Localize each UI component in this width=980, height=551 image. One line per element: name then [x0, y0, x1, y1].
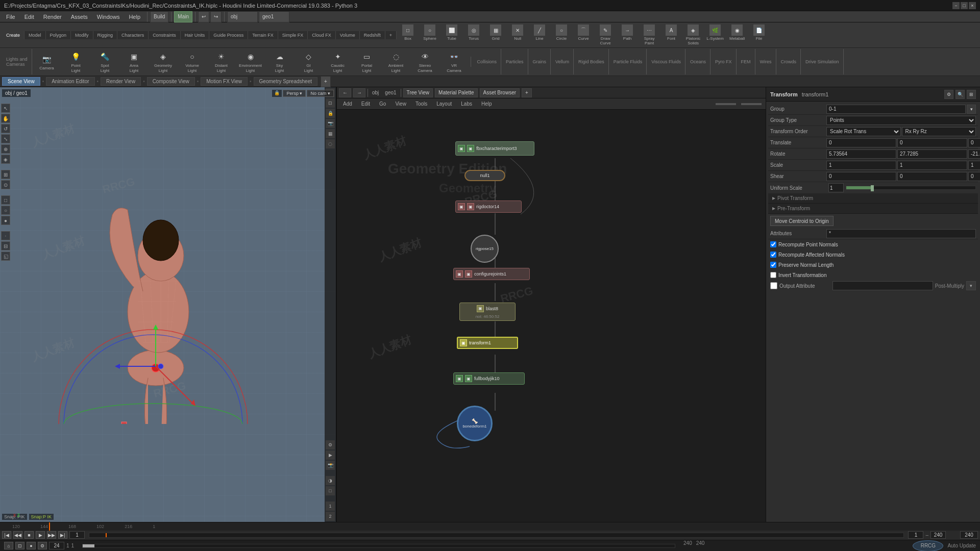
pivot-tool[interactable]: ⊙	[1, 180, 10, 189]
tool-circle[interactable]: ○Circle	[551, 24, 572, 46]
ne-edit[interactable]: Edit	[357, 100, 374, 108]
cam-dropdown[interactable]: No cam ▾	[307, 90, 334, 97]
param-attributes-input[interactable]	[826, 229, 976, 238]
param-post-multiply-dropdown[interactable]: ▾	[966, 281, 976, 290]
main-tab[interactable]: Main	[174, 11, 192, 22]
param-icon-expand[interactable]: ⊞	[967, 90, 976, 99]
menu-file[interactable]: File	[2, 13, 19, 21]
param-pivot-section[interactable]: ▶ Pivot Transform	[768, 193, 978, 204]
ne-add-tab[interactable]: +	[522, 88, 532, 97]
param-rot-order-select[interactable]: Rx Ry Rz Rx Rz Ry	[902, 127, 976, 136]
select-tool[interactable]: ↖	[1, 104, 10, 113]
param-rotate-z[interactable]	[968, 149, 980, 159]
node-rigdoctor14[interactable]: ▣ ▣ rigdoctor14	[455, 201, 522, 213]
handle-tool[interactable]: ◈	[1, 155, 10, 164]
param-recompute-normals-check[interactable]	[770, 241, 776, 247]
light-ambient[interactable]: ◌ AmbientLight	[382, 49, 410, 74]
persp-dropdown[interactable]: Persp ▾	[283, 90, 306, 97]
shelf-tab-characters[interactable]: Characters	[117, 31, 149, 39]
param-translate-y[interactable]	[897, 138, 967, 147]
light-vr-camera[interactable]: 👓 VRCamera	[440, 49, 469, 74]
light-caustic[interactable]: ✦ CausticLight	[324, 49, 352, 74]
menu-windows[interactable]: Windows	[93, 13, 124, 21]
view-num-display[interactable]: 1	[326, 502, 335, 511]
status-anim-btn[interactable]: ⊡	[15, 542, 24, 549]
tab-render-view[interactable]: Render View	[101, 77, 141, 86]
param-scale-y[interactable]	[897, 161, 967, 170]
light-environment[interactable]: ◉ EnvironmentLight	[236, 49, 265, 74]
status-record-btn[interactable]: ●	[27, 542, 36, 549]
param-transform-order-select[interactable]: Scale Rot Trans Scale Trans Rot	[826, 127, 901, 136]
light-gi[interactable]: ◇ GILight	[295, 49, 323, 74]
tool-box[interactable]: □Box	[397, 24, 419, 46]
shelf-tab-terrain[interactable]: Terrain FX	[248, 31, 278, 39]
light-sky[interactable]: ☁ SkyLight	[265, 49, 294, 74]
view-display-opts[interactable]: ⚙	[326, 440, 335, 449]
param-shear-x[interactable]	[826, 172, 896, 181]
param-group-type-select[interactable]: Points Edges Primitives	[826, 116, 976, 125]
view-grid[interactable]: ▦	[326, 129, 335, 138]
view-ghost[interactable]: ◌	[326, 139, 335, 148]
menu-help[interactable]: Help	[125, 13, 144, 21]
tl-go-start[interactable]: |◀	[2, 531, 11, 539]
tool-sphere[interactable]: ○Sphere	[419, 24, 440, 46]
shelf-tab-rigging[interactable]: Rigging	[93, 31, 118, 39]
param-output-attr-input[interactable]	[832, 281, 933, 290]
param-scale-x[interactable]	[826, 161, 896, 170]
maximize-button[interactable]: □	[961, 2, 968, 9]
tool-spray[interactable]: ⋯Spray Paint	[639, 24, 660, 46]
light-geometry[interactable]: ◈ GeometryLight	[149, 49, 178, 74]
close-button[interactable]: ×	[969, 2, 976, 9]
menu-render[interactable]: Render	[39, 13, 66, 21]
tab-motion-fx[interactable]: Motion FX View	[201, 77, 248, 86]
param-output-attr-check[interactable]	[770, 282, 777, 289]
light-area[interactable]: ▣ AreaLight	[120, 49, 149, 74]
param-centroid-btn[interactable]: Move Centroid to Origin	[770, 216, 834, 226]
tl-play-fwd[interactable]: ▶▶	[47, 531, 56, 539]
view-lock[interactable]: 🔒	[326, 109, 335, 118]
light-volume[interactable]: ○ VolumeLight	[178, 49, 207, 74]
shelf-tab-volume[interactable]: Volume	[336, 31, 360, 39]
shelf-tab-simple[interactable]: Simple FX	[278, 31, 308, 39]
tool-font[interactable]: AFont	[660, 24, 682, 46]
tl-end-frame[interactable]	[930, 531, 946, 539]
vis-prims[interactable]: ◱	[1, 252, 10, 261]
tab-scene-view[interactable]: Scene View	[2, 77, 40, 86]
tl-track[interactable]	[89, 533, 904, 538]
light-distant[interactable]: ☀ DistantLight	[207, 49, 236, 74]
shelf-tab-plus[interactable]: +	[385, 31, 397, 39]
param-recompute-affected-check[interactable]	[770, 252, 776, 258]
scale-tool[interactable]: ⤡	[1, 134, 10, 143]
param-uniform-scale-track[interactable]	[846, 186, 976, 190]
light-spot[interactable]: 🔦 SpotLight	[91, 49, 119, 74]
ne-labs[interactable]: Labs	[457, 100, 476, 108]
node-blast8[interactable]: ▣ blast8 not: 46:50:52	[459, 303, 516, 321]
node-rigpose15[interactable]: rigpose15	[471, 235, 499, 263]
tool-tube[interactable]: ⬜Tube	[441, 24, 462, 46]
param-shear-y[interactable]	[897, 172, 967, 181]
node-null1[interactable]: null1	[464, 170, 505, 181]
add-view-tab[interactable]: +	[321, 76, 331, 87]
redo-button[interactable]: ↪	[210, 11, 222, 22]
shelf-tab-create[interactable]: Create	[2, 31, 24, 39]
param-icon-gear[interactable]: ⚙	[944, 90, 953, 99]
view-snapshot[interactable]: 📸	[326, 461, 335, 470]
grab-tool[interactable]: ✋	[1, 114, 10, 123]
view-render[interactable]: ▶	[326, 450, 335, 460]
shelf-tab-polygon[interactable]: Polygon	[46, 31, 71, 39]
node-transform1[interactable]: ▣ transform1	[457, 337, 518, 349]
status-track[interactable]	[82, 544, 675, 548]
node-fbxcharacterimport3[interactable]: ▣ ▣ fbxcharacterimport3	[455, 141, 534, 156]
param-group-arrow[interactable]: ▾	[967, 105, 976, 114]
tl-step-back[interactable]: ◀◀	[13, 531, 22, 539]
shelf-tab-guide[interactable]: Guide Process	[209, 31, 248, 39]
ne-help[interactable]: Help	[477, 100, 496, 108]
obj-path-input[interactable]: obj	[227, 11, 258, 22]
ne-go[interactable]: Go	[375, 100, 390, 108]
param-group-input[interactable]	[826, 105, 966, 114]
param-rotate-x[interactable]	[826, 149, 896, 159]
snap-tool[interactable]: ⊞	[1, 170, 10, 179]
ne-asset-browser[interactable]: Asset Browser	[480, 88, 520, 97]
ne-add[interactable]: Add	[339, 100, 356, 108]
vis-pts[interactable]: ·	[1, 231, 10, 240]
